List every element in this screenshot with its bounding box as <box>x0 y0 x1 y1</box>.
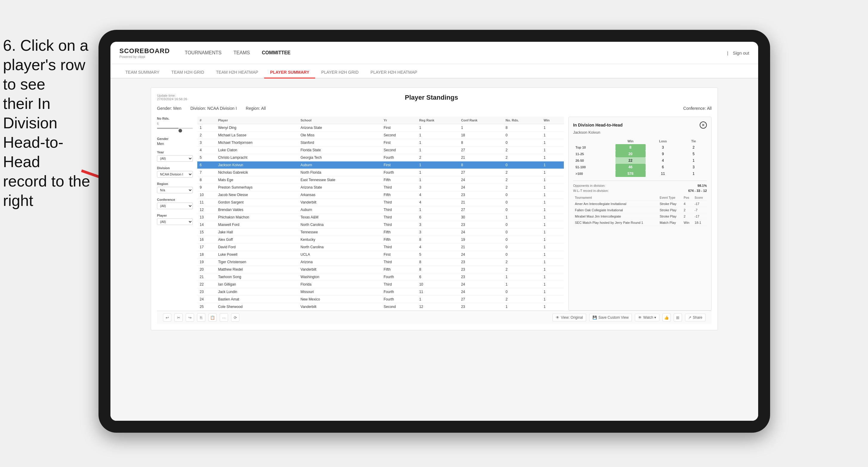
cell-conf: 23 <box>459 258 503 266</box>
sub-nav-team-h2h-heatmap[interactable]: TEAM H2H HEATMAP <box>210 67 264 79</box>
table-row[interactable]: 14 Maxwell Ford North Carolina Third 3 2… <box>197 221 564 228</box>
cell-player: Phichaksn Maichon <box>216 214 298 221</box>
cell-num: 25 <box>197 303 216 311</box>
cell-win: 1 <box>541 214 564 221</box>
sidebar-no-rds: No Rds. 6 <box>157 117 193 132</box>
table-row[interactable]: 18 Luke Powell UCLA First 5 24 0 1 <box>197 251 564 258</box>
t-cell-name: Mirabel Maui Jim Intercollegiate <box>573 213 658 220</box>
nav-item-committee[interactable]: COMMITTEE <box>262 49 290 57</box>
cell-school: Vanderbilt <box>298 266 381 273</box>
table-row[interactable]: 3 Michael Thorbjornsen Stanford First 1 … <box>197 139 564 147</box>
nav-item-tournaments[interactable]: TOURNAMENTS <box>185 49 221 57</box>
cell-conf: 24 <box>459 184 503 191</box>
cell-reg: 4 <box>417 244 459 251</box>
sidebar-player-select[interactable]: (All) <box>157 218 193 225</box>
division-filter: Division: NCAA Division I <box>190 106 237 111</box>
sub-nav-team-h2h-grid[interactable]: TEAM H2H GRID <box>165 67 210 79</box>
cell-reg: 6 <box>417 273 459 281</box>
h2h-row: Top 10 8 3 2 <box>573 144 707 151</box>
table-row[interactable]: 9 Preston Summerhays Arizona State Third… <box>197 184 564 191</box>
table-row[interactable]: 4 Luke Claton Florida State Second 1 27 … <box>197 147 564 154</box>
share-button[interactable]: ↗ Share <box>685 314 706 321</box>
tournament-tbody: Amer Am Intercollegiate Invitational Str… <box>573 201 707 226</box>
table-row[interactable]: 19 Tiger Christensen Arizona Third 8 23 … <box>197 258 564 266</box>
cell-conf: 24 <box>459 288 503 296</box>
sub-nav-player-h2h-grid[interactable]: PLAYER H2H GRID <box>315 67 365 79</box>
view-original-icon: 👁 <box>556 315 559 320</box>
h2h-close-button[interactable]: ✕ <box>700 121 707 129</box>
table-row[interactable]: 5 Christo Lampracht Georgia Tech Fourth … <box>197 154 564 161</box>
copy-button[interactable]: ⎘ <box>197 313 205 322</box>
save-custom-button[interactable]: 💾 Save Custom View <box>589 314 632 321</box>
sidebar-conference: Conference (All) <box>157 198 193 209</box>
table-row[interactable]: 23 Jack Lundin Missouri Fourth 11 24 0 1 <box>197 288 564 296</box>
table-row[interactable]: 22 Ian Gilligan Florida Third 10 24 1 1 <box>197 281 564 288</box>
table-row[interactable]: 7 Nicholas Gabrelcik North Florida Fourt… <box>197 169 564 176</box>
cell-player: Maxwell Ford <box>216 221 298 228</box>
table-row[interactable]: 6 Jackson Koivun Auburn First 1 8 0 1 <box>197 161 564 169</box>
cell-player: Tiger Christensen <box>216 258 298 266</box>
table-row[interactable]: 24 Bastien Amat New Mexico Fourth 1 27 2… <box>197 296 564 303</box>
table-row[interactable]: 15 Jake Hall Tennessee Fifth 3 24 0 1 <box>197 228 564 236</box>
cell-yr: Fifth <box>381 236 417 244</box>
sidebar-region-select[interactable]: N/a <box>157 187 193 193</box>
nav-item-teams[interactable]: TEAMS <box>234 49 250 57</box>
table-row[interactable]: 21 Taehoon Song Washington Fourth 6 23 1… <box>197 273 564 281</box>
instruction-text: 6. Click on a player's row to see their … <box>0 36 95 210</box>
sub-nav-team-summary[interactable]: TEAM SUMMARY <box>119 67 165 79</box>
thumbup-button[interactable]: 👍 <box>662 313 671 322</box>
cell-yr: Third <box>381 258 417 266</box>
table-row[interactable]: 10 Jacob New Olesse Arkansas Fifth 4 23 … <box>197 191 564 199</box>
undo-button[interactable]: ↩ <box>163 313 171 322</box>
cell-rds: 2 <box>503 176 541 184</box>
h2h-wlt-label: W-L-T record in-division: <box>573 189 609 192</box>
sidebar-division-select[interactable]: NCAA Division I <box>157 171 193 178</box>
table-row[interactable]: 20 Matthew Riedel Vanderbilt Fifth 8 23 … <box>197 266 564 273</box>
view-original-button[interactable]: 👁 View: Original <box>553 314 586 321</box>
sub-nav-player-h2h-heatmap[interactable]: PLAYER H2H HEATMAP <box>365 67 423 79</box>
save-icon: 💾 <box>592 315 597 320</box>
t-col-score: Score <box>693 195 707 201</box>
update-time-area: Update time: 27/03/2024 16:56:26 <box>157 94 187 101</box>
watch-button[interactable]: 👁 Watch ▾ <box>635 314 659 321</box>
table-row[interactable]: 13 Phichaksn Maichon Texas A&M Third 6 3… <box>197 214 564 221</box>
cell-conf: 24 <box>459 176 503 184</box>
paste-button[interactable]: 📋 <box>208 313 217 322</box>
col-num: # <box>197 117 216 124</box>
logo-area: SCOREBOARD Powered by clippi <box>119 47 170 59</box>
no-rds-slider[interactable]: 6 <box>157 122 193 132</box>
cut-button[interactable]: ✂ <box>174 313 183 322</box>
cell-win: 1 <box>541 154 564 161</box>
cell-reg: 1 <box>417 296 459 303</box>
save-custom-label: Save Custom View <box>598 315 629 320</box>
refresh-button[interactable]: ⟳ <box>231 313 239 322</box>
table-row[interactable]: 11 Gordon Sargent Vanderbilt Third 4 21 … <box>197 199 564 206</box>
cell-reg: 5 <box>417 251 459 258</box>
table-row[interactable]: 8 Mats Ege East Tennessee State Fifth 1 … <box>197 176 564 184</box>
table-row[interactable]: 25 Cole Sherwood Vanderbilt Second 12 23… <box>197 303 564 311</box>
table-row[interactable]: 1 Wenyi Ding Arizona State First 1 1 8 1 <box>197 124 564 132</box>
sign-out-link[interactable]: Sign out <box>733 51 749 56</box>
table-container: # Player School Yr Reg Rank Conf Rank No… <box>197 117 564 311</box>
cell-conf: 27 <box>459 147 503 154</box>
h2h-header: In Division Head-to-Head ✕ <box>573 121 707 129</box>
tournament-row: SEC Match Play hosted by Jerry Pate Roun… <box>573 220 707 226</box>
cell-yr: Third <box>381 244 417 251</box>
cell-yr: Third <box>381 184 417 191</box>
table-row[interactable]: 17 David Ford North Carolina Third 4 21 … <box>197 244 564 251</box>
more-button[interactable]: ··· <box>220 313 228 322</box>
table-row[interactable]: 12 Brendan Valdes Auburn Third 1 27 0 1 <box>197 206 564 214</box>
cell-yr: First <box>381 161 417 169</box>
cell-yr: Third <box>381 281 417 288</box>
sign-out-separator: | <box>727 51 728 56</box>
table-row[interactable]: 16 Alex Goff Kentucky Fifth 8 19 0 1 <box>197 236 564 244</box>
sidebar-year-select[interactable]: (All) <box>157 155 193 162</box>
redo-button[interactable]: ↪ <box>186 313 194 322</box>
sidebar-conference-select[interactable]: (All) <box>157 203 193 209</box>
sub-nav-player-summary[interactable]: PLAYER SUMMARY <box>264 67 315 79</box>
table-row[interactable]: 2 Michael La Sasse Ole Miss Second 1 18 … <box>197 132 564 139</box>
h2h-tie-cell: 3 <box>680 164 707 170</box>
grid-button[interactable]: ⊞ <box>674 313 682 322</box>
col-no-rds: No. Rds. <box>503 117 541 124</box>
t-cell-type: Match Play <box>658 220 682 226</box>
